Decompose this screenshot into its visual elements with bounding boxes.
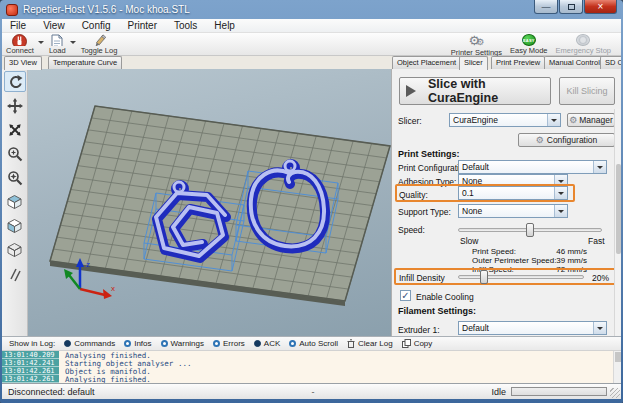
show-in-log-label: Show in Log: [9, 339, 55, 348]
menu-config[interactable]: Config [82, 20, 111, 31]
move-object-button[interactable] [4, 119, 26, 140]
axis-z-label: z [86, 260, 90, 269]
clear-log-button[interactable]: Clear Log [347, 339, 393, 348]
log-timestamp: 13:01:42.261 [2, 375, 59, 383]
menu-help[interactable]: Help [214, 20, 235, 31]
log-toolbar: Show in Log: Commands Infos Warnings Err… [2, 336, 621, 351]
slicer-label: Slicer: [398, 116, 422, 126]
connect-dropdown-icon[interactable] [38, 41, 44, 47]
infill-density-slider-thumb[interactable] [480, 270, 488, 284]
slicer-panel: Slice with CuraEngine Kill Slicing Slice… [391, 69, 621, 336]
perspective-view-button[interactable] [4, 239, 26, 260]
log-timestamp: 13:01:42.261 [2, 367, 59, 375]
support-type-select[interactable]: None [458, 204, 568, 218]
auto-scroll-toggle-icon [289, 340, 296, 347]
status-separator: - [312, 387, 315, 397]
log-scrollbar[interactable] [613, 351, 621, 383]
extruder1-label: Extruder 1: [398, 325, 440, 335]
log-row: 13:01:42.261 Analysing finished. [2, 375, 621, 383]
print-configuration-select[interactable]: Default [458, 160, 607, 174]
panel-scrollbar-thumb[interactable] [616, 164, 621, 254]
tab-print-preview[interactable]: Print Preview [491, 56, 545, 69]
menu-view[interactable]: View [43, 20, 65, 31]
filter-warnings[interactable]: Warnings [161, 339, 205, 348]
toggle-log-label: Toggle Log [81, 46, 118, 55]
menu-tools[interactable]: Tools [174, 20, 197, 31]
configuration-button[interactable]: ⚙ Configuration [518, 133, 615, 147]
move-viewpoint-button[interactable] [4, 95, 26, 116]
slice-button[interactable]: Slice with CuraEngine [399, 77, 551, 105]
quality-label: Quality: [399, 190, 428, 200]
title-bar[interactable]: Repetier-Host V1.5.6 - Moc khoa.STL — × [0, 0, 623, 19]
parallel-projection-button[interactable] [4, 263, 26, 284]
filter-commands[interactable]: Commands [64, 339, 115, 348]
top-view-button[interactable] [4, 191, 26, 212]
tab-row: 3D View Temperature Curve Object Placeme… [2, 56, 621, 69]
speed-label: Speed: [398, 225, 425, 235]
connect-button[interactable]: Connect [2, 33, 38, 55]
errors-toggle-icon [213, 340, 220, 347]
copy-button[interactable]: Copy [402, 339, 433, 348]
quality-select[interactable]: 0.1 [458, 186, 568, 200]
load-button[interactable]: Load [45, 33, 70, 55]
axis-x-label: x [111, 284, 115, 293]
minimize-button[interactable]: — [534, 0, 558, 14]
enable-cooling-checkbox[interactable]: ✓ [400, 290, 411, 301]
menu-printer[interactable]: Printer [128, 20, 157, 31]
configuration-gear-icon: ⚙ [536, 135, 544, 145]
connect-label: Connect [6, 46, 34, 55]
easy-mode-button[interactable]: EASY Easy Mode [506, 33, 552, 55]
menu-file[interactable]: File [10, 20, 26, 31]
speed-slow-label: Slow [460, 236, 478, 246]
panel-scrollbar[interactable] [614, 109, 621, 336]
easy-mode-icon: EASY [522, 34, 536, 46]
cube-top-face-icon [6, 193, 23, 210]
filter-ack[interactable]: ACK [254, 339, 280, 348]
speed-slider[interactable] [458, 228, 602, 232]
filter-auto-scroll[interactable]: Auto Scroll [289, 339, 338, 348]
log-scrollbar-thumb[interactable] [615, 352, 621, 362]
speed-slider-thumb[interactable] [526, 223, 534, 237]
tab-manual-control[interactable]: Manual Control [544, 56, 605, 69]
print-settings-header: Print Settings: [398, 149, 460, 159]
load-dropdown-icon[interactable] [70, 41, 76, 47]
load-label: Load [49, 46, 66, 55]
maximize-icon [568, 4, 575, 10]
filter-errors[interactable]: Errors [213, 339, 245, 348]
zoom-in-button[interactable] [4, 143, 26, 164]
viewport-canvas[interactable]: z x [28, 69, 391, 336]
log-timestamp: 13:01:40.209 [2, 351, 59, 359]
tab-slicer[interactable]: Slicer [459, 56, 488, 70]
outer-perimeter-speed-label: Outer Perimeter Speed: [472, 256, 556, 265]
emergency-stop-icon [576, 34, 590, 46]
print-speed-value: 46 mm/s [547, 247, 587, 256]
log-view: 13:01:40.209 Analysing finished. 13:01:4… [2, 351, 621, 383]
load-file-icon [50, 34, 64, 46]
extruder1-select[interactable]: Default [458, 321, 607, 335]
front-view-button[interactable] [4, 215, 26, 236]
filter-infos[interactable]: Infos [124, 339, 151, 348]
close-icon: × [598, 1, 604, 12]
print-bed-scene: z x [28, 69, 391, 336]
slicer-select[interactable]: CuraEngine [449, 113, 561, 127]
zoom-fit-button[interactable] [4, 167, 26, 188]
maximize-button[interactable] [559, 0, 583, 14]
resize-grip[interactable] [610, 388, 620, 398]
job-progress-bar [511, 387, 607, 396]
rotate-view-button[interactable] [4, 71, 26, 92]
tab-temperature-curve[interactable]: Temperature Curve [48, 56, 122, 69]
tab-3d-view[interactable]: 3D View [4, 56, 42, 70]
close-button[interactable]: × [584, 0, 617, 14]
status-bar: Disconnected: default - Idle [2, 383, 621, 399]
kill-slicing-button: Kill Slicing [559, 77, 615, 105]
speed-fast-label: Fast [588, 236, 605, 246]
manager-button[interactable]: ⚙ Manager [567, 113, 615, 127]
tab-object-placement[interactable]: Object Placement [392, 56, 461, 69]
manager-gear-icon: ⚙ [569, 115, 577, 125]
infill-density-slider[interactable] [458, 275, 584, 279]
tab-sd-card[interactable]: SD Card [600, 56, 621, 69]
zoom-fit-icon [7, 170, 23, 186]
printer-settings-button[interactable]: ⚙⚙ Printer Settings [447, 33, 506, 55]
infill-density-value: 20% [592, 273, 609, 283]
toggle-log-button[interactable]: Toggle Log [77, 33, 122, 55]
